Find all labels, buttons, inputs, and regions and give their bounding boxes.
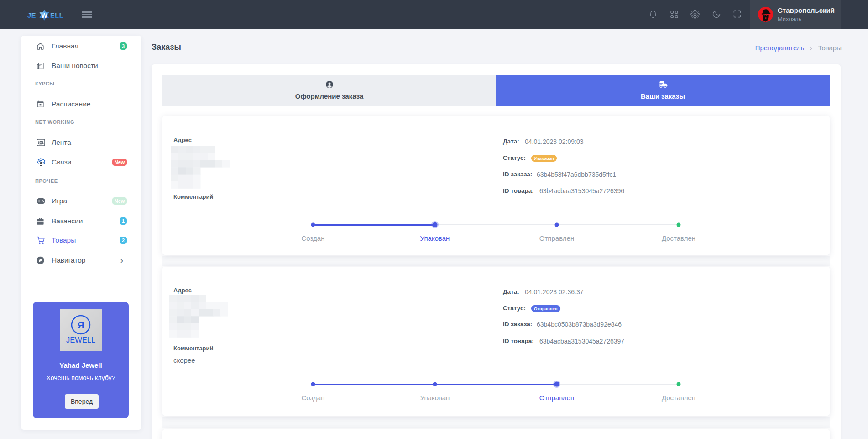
- svg-text:Я: Я: [77, 320, 84, 330]
- svg-text:JE: JE: [27, 12, 36, 19]
- svg-text:W: W: [41, 12, 47, 19]
- svg-text:JEWELL: JEWELL: [66, 336, 95, 344]
- svg-text:ELL: ELL: [50, 12, 63, 19]
